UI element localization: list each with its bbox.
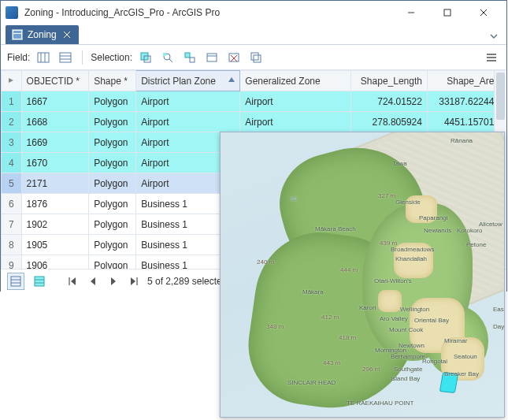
cell-district-plan-zone[interactable]: Airport <box>136 91 240 112</box>
label-broadmeadows: Broadmeadows <box>391 246 435 253</box>
label-newlands: Newlands <box>424 227 451 234</box>
label-e444: 444 m <box>340 266 358 273</box>
add-field-button[interactable] <box>35 49 52 66</box>
svg-rect-6 <box>38 53 49 62</box>
maximize-button[interactable] <box>429 1 465 24</box>
label-e348: 348 m <box>266 323 284 330</box>
svg-marker-40 <box>131 277 135 285</box>
zoom-to-selection-button[interactable] <box>159 49 176 66</box>
row-number[interactable]: 8 <box>2 235 22 255</box>
cell-objectid[interactable]: 1905 <box>21 235 89 255</box>
table-icon <box>12 29 23 40</box>
cell-shape-length[interactable]: 278.805924 <box>350 112 427 132</box>
tab-close-icon[interactable] <box>61 29 72 40</box>
label-otari: Otari-Wilton's <box>374 277 412 284</box>
delete-selection-button[interactable] <box>225 49 243 66</box>
svg-rect-17 <box>185 53 190 58</box>
show-all-records-button[interactable] <box>7 273 24 290</box>
tab-zoning[interactable]: Zoning <box>6 25 79 44</box>
calculate-field-button[interactable] <box>57 49 74 66</box>
cell-shape[interactable]: Polygon <box>89 153 136 173</box>
cell-shape[interactable]: Polygon <box>89 214 136 235</box>
next-record-button[interactable] <box>106 274 121 288</box>
label-e439: 439 m <box>380 240 397 247</box>
tabbar-dropdown-icon[interactable] <box>486 28 502 44</box>
cell-district-plan-zone[interactable]: Airport <box>136 112 240 132</box>
cell-shape[interactable]: Polygon <box>89 132 136 153</box>
label-teraekaihau: TE RAEKAIHAU POINT <box>347 400 413 407</box>
svg-marker-38 <box>91 277 95 285</box>
row-number[interactable]: 2 <box>2 112 22 132</box>
sort-asc-icon <box>228 77 235 82</box>
cell-shape-area[interactable]: 4451.157011 <box>427 112 504 132</box>
show-selected-records-button[interactable] <box>31 273 48 290</box>
row-number[interactable]: 9 <box>2 255 22 269</box>
app-icon <box>6 6 18 19</box>
svg-rect-24 <box>251 53 258 60</box>
row-handle-header[interactable] <box>2 71 22 91</box>
svg-rect-18 <box>190 58 195 62</box>
col-district-plan-zone[interactable]: District Plan Zone <box>136 71 240 91</box>
cell-objectid[interactable]: 1876 <box>21 194 89 214</box>
label-oriental: Oriental Bay <box>414 317 449 324</box>
row-number[interactable]: 1 <box>2 91 22 112</box>
cell-objectid[interactable]: 1906 <box>21 255 89 269</box>
tab-label: Zoning <box>28 29 57 40</box>
label-alicetown: Alicetow <box>479 221 502 228</box>
label-ranana: Rānana <box>451 137 473 144</box>
svg-rect-33 <box>35 277 44 286</box>
first-record-button[interactable] <box>65 274 80 288</box>
row-number[interactable]: 7 <box>2 214 22 235</box>
cell-objectid[interactable]: 2171 <box>21 173 89 194</box>
cell-objectid[interactable]: 1667 <box>21 91 89 112</box>
svg-rect-1 <box>444 9 451 16</box>
col-objectid[interactable]: OBJECTID * <box>21 71 89 91</box>
selection-label: Selection: <box>91 52 132 63</box>
cell-shape[interactable]: Polygon <box>89 194 136 214</box>
minimize-button[interactable] <box>393 1 429 24</box>
cell-objectid[interactable]: 1670 <box>21 153 89 173</box>
titlebar: Zoning - Introducing_ArcGIS_Pro - ArcGIS… <box>1 1 506 24</box>
header-row: OBJECTID * Shape * District Plan Zone Ge… <box>2 71 505 91</box>
row-number[interactable]: 3 <box>2 132 22 153</box>
svg-marker-37 <box>71 277 76 285</box>
label-days: Day <box>493 323 504 330</box>
cell-objectid[interactable]: 1669 <box>21 132 89 153</box>
row-number[interactable]: 5 <box>2 173 22 194</box>
switch-selection-button[interactable] <box>181 49 198 66</box>
label-makara: Mākara <box>302 288 324 295</box>
prev-record-button[interactable] <box>86 274 100 288</box>
cell-generalized-zone[interactable]: Airport <box>240 112 351 132</box>
cell-shape[interactable]: Polygon <box>89 91 136 112</box>
col-shape[interactable]: Shape * <box>89 71 136 91</box>
svg-rect-16 <box>163 53 166 56</box>
cell-shape[interactable]: Polygon <box>89 255 136 269</box>
row-number[interactable]: 4 <box>2 153 22 173</box>
menu-button[interactable] <box>483 49 500 66</box>
col-generalized-zone[interactable]: Generalized Zone <box>240 71 351 91</box>
label-islandbay: Island Bay <box>391 375 420 382</box>
clear-selection-button[interactable] <box>203 49 221 66</box>
svg-line-15 <box>169 59 172 62</box>
cell-objectid[interactable]: 1668 <box>21 112 89 132</box>
svg-rect-25 <box>254 55 261 62</box>
row-number[interactable]: 6 <box>2 194 22 214</box>
cell-shape-length[interactable]: 724.01522 <box>350 91 427 112</box>
last-record-button[interactable] <box>127 274 141 288</box>
cell-shape[interactable]: Polygon <box>89 235 136 255</box>
scrollbar-thumb[interactable] <box>496 72 505 120</box>
select-by-attributes-button[interactable] <box>137 49 154 66</box>
cell-objectid[interactable]: 1902 <box>21 214 89 235</box>
close-button[interactable] <box>465 1 502 24</box>
cell-shape-area[interactable]: 33187.622449 <box>427 91 504 112</box>
cell-shape[interactable]: Polygon <box>89 173 136 194</box>
table-row[interactable]: 11667PolygonAirportAirport724.0152233187… <box>2 91 505 112</box>
map-view[interactable]: Tawa Glenside Paparangi Newlands Khandal… <box>220 132 505 418</box>
table-row[interactable]: 21668PolygonAirportAirport278.8059244451… <box>2 112 505 132</box>
cell-shape[interactable]: Polygon <box>89 112 136 132</box>
col-shape-area[interactable]: Shape_Area <box>427 71 504 91</box>
copy-selection-button[interactable] <box>247 49 265 66</box>
col-shape-length[interactable]: Shape_Length <box>350 71 427 91</box>
cell-generalized-zone[interactable]: Airport <box>240 91 351 112</box>
label-southgate: Southgate <box>394 366 422 373</box>
